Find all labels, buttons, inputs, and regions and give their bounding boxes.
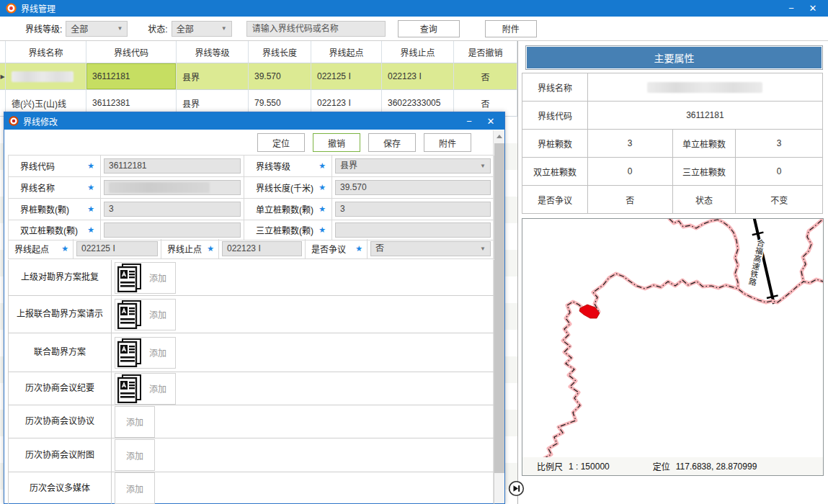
field-single-label: 单立桩颗数(颗): [256, 203, 313, 215]
attachment-label: 历次会议多媒体: [9, 472, 112, 504]
dialog-attachment-button[interactable]: 附件: [424, 133, 471, 152]
boundary-line: [527, 219, 823, 471]
skip-next-icon: [508, 480, 525, 497]
dialog-titlebar: 界线修改 − ✕: [4, 112, 504, 130]
window-title: 界线管理: [21, 2, 55, 14]
locate-button[interactable]: 定位: [257, 133, 305, 152]
attachment-label: 历次协商会议纪要: [9, 372, 112, 405]
close-icon[interactable]: ✕: [803, 1, 822, 16]
field-stake-label: 界桩颗数(颗): [20, 203, 69, 215]
level-select[interactable]: 县界▼: [335, 158, 491, 174]
triple-input[interactable]: [335, 222, 491, 238]
attachment-button[interactable]: 附件: [485, 20, 537, 37]
col-header-length[interactable]: 界线长度: [249, 41, 311, 63]
cell-name-redacted: [6, 63, 86, 90]
col-header-revoked[interactable]: 是否撤销: [454, 41, 517, 63]
attr-double-label: 双立桩颗数: [522, 158, 588, 186]
minimize-icon[interactable]: −: [782, 1, 801, 16]
app-logo-icon: [6, 3, 17, 14]
chevron-down-icon: ▼: [480, 242, 486, 256]
required-star-icon: ★: [61, 244, 68, 253]
required-star-icon: ★: [87, 225, 94, 235]
cell-revoked: 否: [454, 63, 517, 90]
redacted-text: [647, 82, 762, 93]
pdf-file-icon[interactable]: [117, 374, 142, 403]
field-triple-label: 三立桩颗数(颗): [256, 224, 313, 236]
add-button[interactable]: 添加: [149, 308, 166, 320]
length-input[interactable]: 39.570: [335, 180, 491, 195]
start-input[interactable]: 022125 I: [76, 241, 158, 256]
add-button[interactable]: 添加: [126, 449, 143, 462]
end-input[interactable]: 022123 I: [222, 241, 302, 256]
col-header-start[interactable]: 界线起点: [311, 41, 382, 63]
panel-collapse-button[interactable]: [508, 480, 525, 497]
chevron-down-icon: ▼: [480, 159, 486, 173]
level-filter-select[interactable]: 全部 ▼: [66, 21, 128, 37]
field-end-label: 界线止点: [167, 243, 202, 255]
col-header-code[interactable]: 界线代码: [86, 41, 177, 63]
cell-end: 022123 I: [382, 63, 454, 90]
attr-single-label: 单立桩颗数: [673, 130, 736, 158]
col-header-name[interactable]: 界线名称: [6, 41, 86, 63]
required-star-icon: ★: [319, 204, 326, 214]
map-view[interactable]: 合福高速铁路 比例尺 1 : 150000 定位 117.6838, 28.87…: [522, 218, 824, 476]
scrollbar-thumb[interactable]: [494, 143, 504, 473]
attr-stake-value: 3: [588, 130, 673, 158]
dialog-title: 界线修改: [23, 115, 58, 127]
revoke-button[interactable]: 撤销: [313, 133, 360, 152]
dialog-form: 界线代码★ 36112181 界线等级★ 县界▼ 界线名称★ 界线长度(千米)★…: [8, 155, 494, 259]
field-length-label: 界线长度(千米): [256, 181, 313, 194]
required-star-icon: ★: [87, 204, 94, 214]
query-button[interactable]: 查询: [398, 20, 460, 37]
save-button[interactable]: 保存: [368, 133, 416, 152]
attachment-rows: 上级对勘界方案批复 添加 上报联合勘界方案请示: [8, 260, 494, 504]
scroll-up-icon[interactable]: [494, 130, 504, 142]
edit-boundary-dialog: 界线修改 − ✕ 定位 撤销 保存 附件 界线代码★ 36112181 界线等级…: [4, 112, 505, 504]
required-star-icon: ★: [319, 183, 326, 192]
single-input[interactable]: 3: [335, 202, 491, 217]
required-star-icon: ★: [319, 225, 326, 235]
add-button[interactable]: 添加: [149, 271, 166, 284]
table-row-selected[interactable]: ▶ 36112181 县界 39.570 022125 I 022123 I 否: [0, 63, 517, 90]
required-star-icon: ★: [87, 161, 94, 171]
pdf-file-icon[interactable]: [117, 338, 142, 367]
cell-code[interactable]: 36112181: [86, 63, 177, 90]
status-filter-select[interactable]: 全部 ▼: [172, 21, 232, 37]
row-marker-icon: ▶: [0, 73, 4, 80]
cell-level: 县界: [177, 63, 249, 90]
redacted-text: [12, 71, 74, 82]
attr-triple-value: 0: [736, 158, 823, 186]
dialog-minimize-icon[interactable]: −: [460, 114, 478, 128]
attr-dispute-value: 否: [588, 186, 673, 214]
field-name-label: 界线名称: [20, 181, 55, 194]
attachment-row: 添加: [112, 372, 494, 405]
pdf-file-icon[interactable]: [117, 300, 142, 329]
code-input[interactable]: 36112181: [104, 158, 241, 174]
dialog-scrollbar[interactable]: [493, 130, 504, 503]
name-input-redacted[interactable]: [104, 180, 241, 195]
attr-name-label: 界线名称: [522, 73, 588, 102]
locate-value: 117.6838, 28.870999: [676, 462, 757, 472]
attr-code-value: 36112181: [588, 102, 823, 130]
dialog-close-icon[interactable]: ✕: [481, 114, 500, 128]
search-input[interactable]: [246, 21, 386, 37]
add-button[interactable]: 添加: [149, 382, 166, 395]
add-button[interactable]: 添加: [126, 482, 143, 495]
attributes-table: 界线名称 界线代码 36112181 界桩颗数 3 单立桩颗数 3 双立桩颗数 …: [522, 73, 823, 214]
double-input[interactable]: [104, 222, 241, 238]
attr-stake-label: 界桩颗数: [522, 130, 588, 158]
add-button[interactable]: 添加: [126, 415, 143, 428]
col-header-level[interactable]: 界线等级: [177, 41, 249, 63]
dispute-select[interactable]: 否▼: [370, 241, 491, 256]
required-star-icon: ★: [355, 244, 362, 253]
field-code-label: 界线代码: [20, 160, 55, 172]
cell-length: 39.570: [249, 63, 311, 90]
stake-input[interactable]: 3: [104, 202, 241, 217]
field-double-label: 双立桩颗数(颗): [20, 224, 78, 236]
attachment-row: 添加: [112, 260, 494, 296]
col-header-end[interactable]: 界线止点: [382, 41, 454, 63]
pdf-file-icon[interactable]: [117, 264, 142, 292]
app-window: 界线管理 − ✕ 界线等级: 全部 ▼ 状态: 全部 ▼ 查询 附件 界线名称 …: [0, 0, 828, 504]
attributes-panel: 主要属性 界线名称 界线代码 36112181 界桩颗数 3 单立桩颗数 3: [517, 41, 828, 504]
add-button[interactable]: 添加: [149, 346, 166, 359]
